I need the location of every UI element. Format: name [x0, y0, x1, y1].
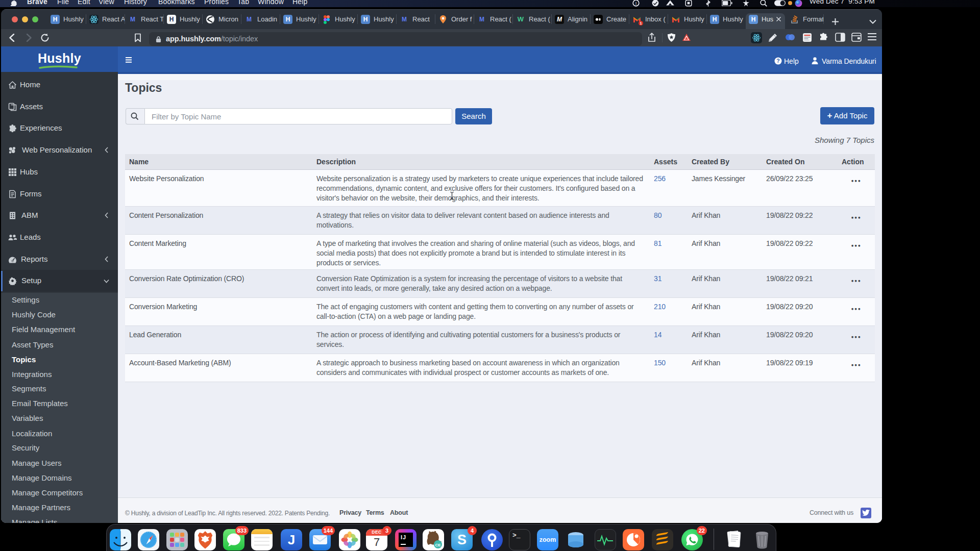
svg-text:!: ! [635, 1, 637, 6]
svg-text:CE: CE [435, 543, 441, 547]
svg-text:?: ? [776, 58, 779, 64]
